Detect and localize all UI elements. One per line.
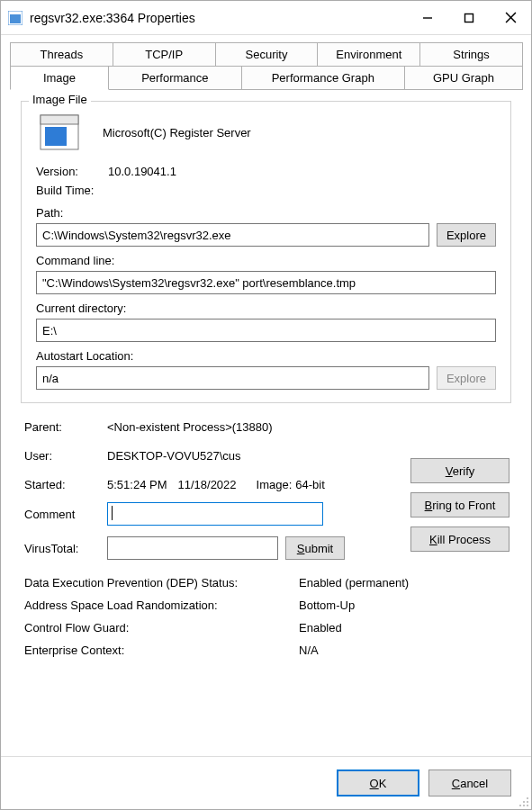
svg-rect-7 bbox=[41, 115, 78, 124]
tab-security[interactable]: Security bbox=[215, 42, 319, 66]
explore-autostart-button: Explore bbox=[437, 366, 496, 390]
started-label: Started: bbox=[24, 478, 107, 491]
tab-performance-graph[interactable]: Performance Graph bbox=[241, 66, 405, 90]
close-button[interactable] bbox=[490, 1, 531, 35]
cmdline-label: Command line: bbox=[36, 254, 496, 267]
tab-tcpip[interactable]: TCP/IP bbox=[113, 42, 216, 66]
tab-performance[interactable]: Performance bbox=[108, 66, 242, 90]
tab-strings[interactable]: Strings bbox=[419, 42, 523, 66]
image-file-group: Image File Microsoft(C) Register Server … bbox=[21, 101, 511, 403]
parent-value: <Non-existent Process>(13880) bbox=[107, 420, 508, 434]
svg-point-9 bbox=[527, 797, 528, 799]
aslr-value: Bottom-Up bbox=[299, 598, 355, 612]
autostart-label: Autostart Location: bbox=[36, 349, 496, 363]
dep-label: Data Execution Prevention (DEP) Status: bbox=[24, 576, 299, 590]
version-label: Version: bbox=[36, 165, 108, 178]
autostart-input[interactable] bbox=[36, 366, 429, 390]
resize-grip-icon[interactable] bbox=[516, 794, 530, 808]
app-icon bbox=[8, 11, 23, 25]
svg-point-13 bbox=[523, 805, 525, 806]
tab-threads[interactable]: Threads bbox=[10, 42, 113, 66]
tab-image[interactable]: Image bbox=[10, 66, 109, 90]
aslr-label: Address Space Load Randomization: bbox=[24, 598, 299, 612]
svg-point-10 bbox=[523, 801, 525, 803]
parent-label: Parent: bbox=[24, 420, 107, 434]
build-time-label: Build Time: bbox=[36, 184, 94, 197]
svg-rect-1 bbox=[10, 14, 21, 23]
bring-to-front-button[interactable]: Bring to Front bbox=[410, 492, 509, 518]
executable-icon bbox=[40, 114, 79, 150]
virustotal-label: VirusTotal: bbox=[24, 542, 107, 555]
side-action-buttons: Verify Bring to Front Kill Process bbox=[410, 458, 509, 552]
enterprise-context-value: N/A bbox=[299, 644, 319, 657]
cmdline-input[interactable] bbox=[36, 271, 496, 294]
submit-button[interactable]: Submit bbox=[285, 536, 345, 560]
svg-point-14 bbox=[527, 805, 528, 806]
titlebar: regsvr32.exe:3364 Properties bbox=[1, 1, 531, 35]
virustotal-input[interactable] bbox=[107, 536, 278, 560]
ok-button[interactable]: OK bbox=[337, 770, 419, 796]
svg-rect-8 bbox=[45, 127, 67, 146]
text-caret bbox=[112, 506, 113, 520]
verify-button[interactable]: Verify bbox=[410, 458, 509, 483]
cancel-button[interactable]: Cancel bbox=[428, 770, 511, 796]
path-input[interactable] bbox=[36, 223, 429, 247]
titlebar-buttons bbox=[407, 1, 531, 35]
started-time: 5:51:24 PM bbox=[107, 478, 167, 491]
image-arch-label: Image: bbox=[257, 478, 293, 491]
kill-process-button[interactable]: Kill Process bbox=[410, 526, 509, 552]
image-description: Microsoft(C) Register Server bbox=[103, 126, 251, 140]
svg-rect-3 bbox=[465, 14, 473, 22]
curdir-label: Current directory: bbox=[36, 302, 496, 315]
maximize-button[interactable] bbox=[448, 1, 490, 35]
comment-label: Comment bbox=[24, 508, 107, 521]
user-label: User: bbox=[24, 449, 107, 463]
image-arch-value: 64-bit bbox=[295, 478, 325, 491]
cfg-value: Enabled bbox=[299, 621, 342, 634]
tab-content-image: Image File Microsoft(C) Register Server … bbox=[1, 90, 531, 756]
curdir-input[interactable] bbox=[36, 319, 496, 342]
svg-point-12 bbox=[519, 805, 521, 806]
minimize-button[interactable] bbox=[407, 1, 448, 35]
enterprise-context-label: Enterprise Context: bbox=[24, 644, 299, 657]
dep-value: Enabled (permanent) bbox=[299, 576, 409, 590]
dialog-footer: OK Cancel bbox=[1, 756, 531, 809]
tab-environment[interactable]: Environment bbox=[317, 42, 420, 66]
started-date: 11/18/2022 bbox=[178, 478, 237, 491]
explore-path-button[interactable]: Explore bbox=[437, 223, 496, 247]
window-title: regsvr32.exe:3364 Properties bbox=[30, 11, 407, 25]
tab-gpu-graph[interactable]: GPU Graph bbox=[404, 66, 523, 90]
svg-point-11 bbox=[527, 801, 528, 803]
properties-window: regsvr32.exe:3364 Properties Threads TCP… bbox=[0, 0, 532, 810]
image-file-title: Image File bbox=[29, 93, 91, 106]
cfg-label: Control Flow Guard: bbox=[24, 621, 299, 634]
comment-input[interactable] bbox=[107, 502, 323, 526]
tabs: Threads TCP/IP Security Environment Stri… bbox=[1, 35, 531, 90]
path-label: Path: bbox=[36, 206, 496, 220]
version-value: 10.0.19041.1 bbox=[108, 165, 176, 178]
